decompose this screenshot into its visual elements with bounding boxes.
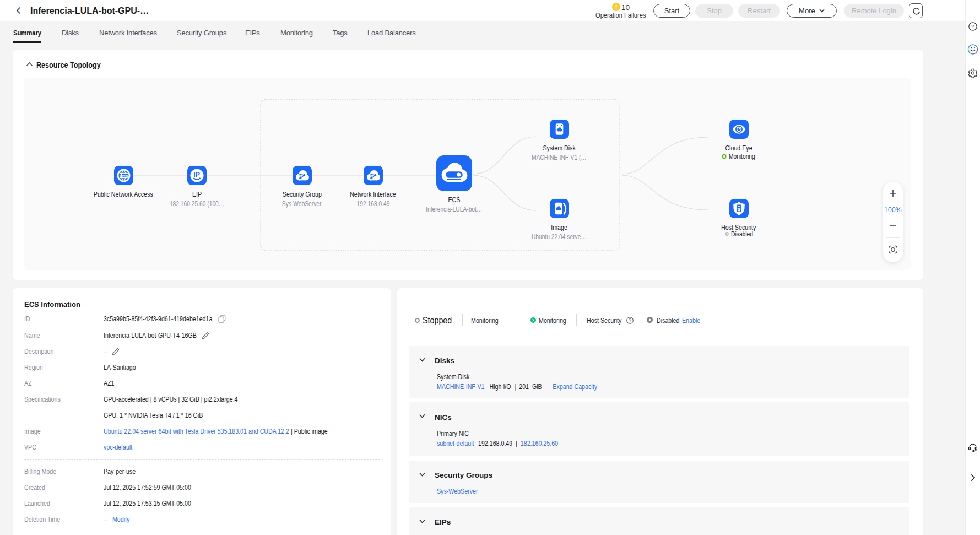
svg-text:www: www [118,174,128,177]
svg-text:?: ? [629,317,631,323]
svg-text:IP: IP [193,171,199,179]
svg-text:?: ? [971,23,974,29]
